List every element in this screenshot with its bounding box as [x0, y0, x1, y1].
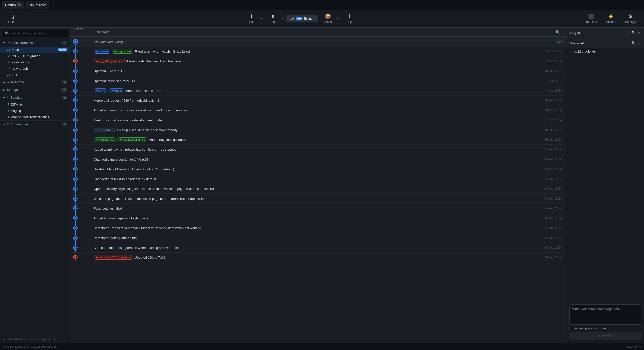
- unstaged-title: Unstaged: [569, 41, 627, 45]
- stash-arrow[interactable]: ▾: [336, 17, 339, 20]
- add-tab-button[interactable]: +: [50, 2, 56, 8]
- push-arrow[interactable]: ▾: [281, 17, 284, 20]
- table-row[interactable]: Mention cargo-kotars in the development …: [70, 115, 566, 125]
- stash-button[interactable]: 📦 Stash: [320, 12, 336, 25]
- table-row[interactable]: ◆ main ◆ origin/mainFixed crash when wat…: [70, 47, 566, 56]
- commit-date: 14 sept 2024: [533, 216, 566, 220]
- stashes-list: ⬇ DiffMatch ⬇ Paging ⬇ WIP on kotars-mig…: [0, 101, 70, 120]
- commit-graph: [70, 56, 91, 66]
- table-row[interactable]: ◆ 1.4.0◆ v1.4.0Bumped version to 1.4.01 …: [70, 86, 566, 96]
- graph-search-button[interactable]: 🔍: [556, 30, 560, 34]
- table-row[interactable]: ◆ origin/jgit_7.0.0_migrationUpdated JGi…: [70, 253, 566, 262]
- table-row[interactable]: Open repository keybinding can also be u…: [70, 184, 566, 194]
- ref-badge: ◆ origin/keybindings: [117, 137, 147, 142]
- staged-title: Staged: [569, 31, 627, 35]
- staged-options-icon[interactable]: ⠿: [627, 30, 631, 35]
- terminal-button[interactable]: ⬛ Terminal: [582, 12, 601, 25]
- svg-point-38: [74, 129, 77, 131]
- right-panel: Staged ⠿ 🔍 ✕ Unstaged ⠿ 🔍 ✓ ✎ build.grad…: [566, 28, 644, 343]
- tab-gitnurotests[interactable]: GitnuroTests: [25, 1, 49, 9]
- unstaged-options-icon[interactable]: ⠿: [627, 40, 631, 46]
- commit-graph: [70, 66, 91, 76]
- graph-header: Graph Message 🔍: [70, 28, 566, 37]
- table-row[interactable]: ◆ 1.4.0-RC01Fixed pull result not being …: [70, 125, 566, 135]
- pull-button[interactable]: ⬇ Pull: [244, 12, 260, 25]
- local-branches-list: ⎇ main HEAD ⎇ jgit_7.0.0_migration ⎇ key…: [0, 47, 70, 78]
- table-row[interactable]: Refactored getting author info14 sept 20…: [70, 233, 566, 243]
- unstaged-check-icon[interactable]: ✓: [636, 40, 641, 46]
- staged-collapse-icon[interactable]: ✕: [636, 30, 641, 35]
- table-row[interactable]: Fixed settings label14 sept 2024: [70, 204, 566, 213]
- commit-date: 22 oct 2024: [533, 59, 566, 63]
- search-box[interactable]: 🔍: [2, 30, 68, 37]
- branch-item-jgit[interactable]: ⎇ jgit_7.0.0_migration: [0, 53, 70, 59]
- commit-graph: [70, 145, 91, 154]
- table-row[interactable]: Added set the tracking branch when pushi…: [70, 243, 566, 253]
- uncommitted-row[interactable]: Uncommitted changes 1 / /: [70, 37, 566, 47]
- commit-message-col: ◆ main ◆ origin/mainFixed crash when wat…: [91, 48, 533, 55]
- file-item-build-gradle[interactable]: ✎ build.gradle.kts: [566, 48, 644, 55]
- section-tags: ▶ 🏷 Tags 14: [0, 86, 70, 94]
- table-row[interactable]: Added warning when rebase has conflicts …: [70, 145, 566, 154]
- remotes-section-icon: ☁: [7, 80, 10, 84]
- commit-date: 14 sept 2024: [533, 158, 566, 161]
- stash-item-diffmatch[interactable]: ⬇ DiffMatch: [0, 101, 70, 108]
- table-row[interactable]: Refactored RepositoryOpenViewModel to fi…: [70, 223, 566, 233]
- section-tags-header[interactable]: ▶ 🏷 Tags 14: [0, 86, 70, 94]
- commit-date: 30 sept 2024: [533, 99, 566, 102]
- svg-point-62: [74, 187, 77, 190]
- table-row[interactable]: ◆ keybindings◆ origin/keybindingsAdded k…: [70, 135, 566, 145]
- commit-date: 1 oct 2024: [533, 89, 566, 92]
- table-row[interactable]: Changed gitnuro version to 1.4.0-rc0114 …: [70, 154, 566, 164]
- table-row[interactable]: Disabled MacOS build until fixed (+ out …: [70, 164, 566, 174]
- statusbar-user-info: Abdelilah El Aissaoui <aeab13@gmail.com>: [3, 345, 57, 348]
- section-stashes-header[interactable]: ▶ ⬇ Stashes 3: [0, 94, 70, 101]
- commit-message-input[interactable]: [569, 304, 641, 325]
- table-row[interactable]: Changed rust build to be release by defa…: [70, 174, 566, 184]
- unstaged-section: Unstaged ⠿ 🔍 ✓ ✎ build.gradle.kts: [566, 38, 644, 170]
- svg-point-86: [74, 246, 77, 249]
- actions-button[interactable]: ⚡ Actions: [602, 12, 620, 25]
- svg-point-2: [74, 40, 77, 43]
- col-message-header: Message: [95, 29, 519, 35]
- pull-arrow[interactable]: ▾: [260, 17, 263, 20]
- section-remotes-header[interactable]: ▶ ☁ Remotes 2: [0, 78, 70, 86]
- stash-item-wip[interactable]: ⬇ WIP on kotars-migration: a: [0, 114, 70, 120]
- stash-item-paging[interactable]: ⬇ Paging: [0, 108, 70, 114]
- branch-item-keybindings-label: keybindings: [12, 60, 67, 64]
- table-row[interactable]: Welcome page focus is set to the whole p…: [70, 194, 566, 204]
- push-button[interactable]: ⬆ Push: [265, 12, 281, 25]
- branch-item-new-graph[interactable]: ⎇ new_graph: [0, 65, 70, 72]
- section-submodules-header[interactable]: ▶ ⬡ Submodules 0: [0, 121, 70, 128]
- commit-message-col: Refactored RepositoryOpenViewModel to fi…: [91, 225, 533, 231]
- staged-search-icon[interactable]: 🔍: [631, 30, 636, 35]
- open-button[interactable]: ⬚ Open: [4, 12, 19, 25]
- branch-item-test[interactable]: ⎇ test: [0, 72, 70, 78]
- search-input[interactable]: [10, 32, 65, 35]
- amend-checkbox[interactable]: [569, 327, 573, 330]
- tab-gitnuro[interactable]: Gitnuro ✕: [2, 1, 24, 9]
- branch-item-keybindings[interactable]: ⎇ keybindings: [0, 59, 70, 65]
- commit-msg-text: Added warning when rebase has conflicts …: [94, 148, 177, 151]
- pull-icon: ⬇: [250, 13, 254, 19]
- table-row[interactable]: Added tabs management keybindings14 sept…: [70, 213, 566, 223]
- pop-button[interactable]: ⤴ Pop: [341, 12, 357, 25]
- commit-button[interactable]: Commit: [569, 332, 641, 340]
- section-local-branches-header[interactable]: ▶ ⎇ Local branches 5: [0, 39, 70, 47]
- table-row[interactable]: ◆ jgit_7.0.0_migrationFixed crash when w…: [70, 56, 566, 66]
- tags-count: 14: [61, 88, 67, 92]
- table-row[interactable]: Updated JGit to 7.0.013 sept 2024: [70, 66, 566, 76]
- table-row[interactable]: Added automatic cargo-kotars install com…: [70, 105, 566, 115]
- settings-icon: ⚙: [628, 13, 633, 19]
- table-row[interactable]: Updated latest.json for v1.4.06 oct 2024: [70, 76, 566, 86]
- settings-button[interactable]: ⚙ Settings: [621, 12, 640, 25]
- tab-gitnuro-close[interactable]: ✕: [17, 3, 21, 7]
- local-branches-label: Local branches: [12, 41, 61, 45]
- table-row[interactable]: Merge pull request #239 from grizeldi/pa…: [70, 96, 566, 105]
- branch-item-main[interactable]: ⎇ main HEAD: [0, 47, 70, 53]
- stashes-count: 3: [62, 96, 67, 99]
- commit-msg-text: Bumped version to 1.4.0: [126, 89, 161, 93]
- branch-button[interactable]: ⎇ 89 Branch: [286, 15, 318, 22]
- unstaged-search-icon[interactable]: 🔍: [631, 40, 636, 46]
- commit-msg-text: Refactored getting author info: [94, 236, 137, 240]
